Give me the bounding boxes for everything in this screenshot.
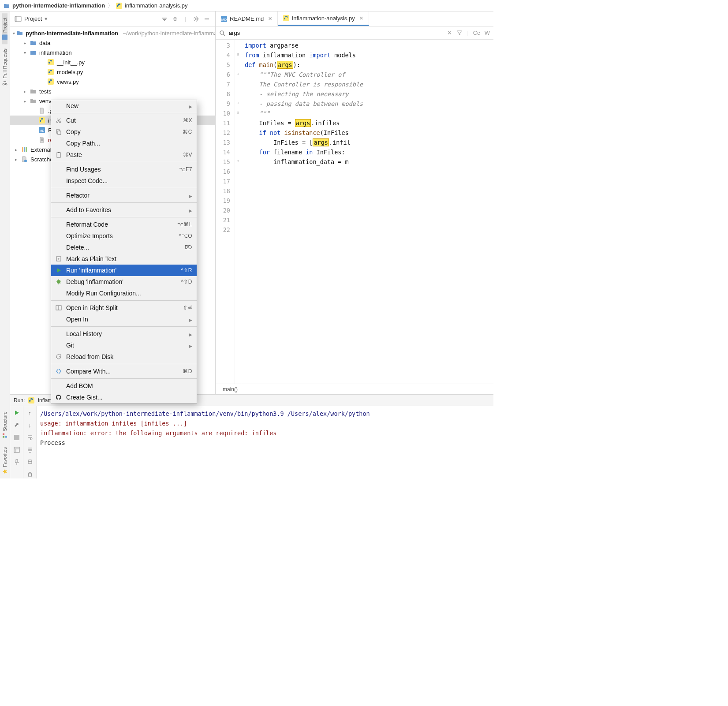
- tree-item[interactable]: ▸data: [10, 38, 215, 48]
- up-icon[interactable]: ↑: [26, 409, 34, 417]
- svg-rect-6: [5, 436, 7, 438]
- match-case[interactable]: Cc: [473, 30, 480, 36]
- context-menu[interactable]: NewCut⌘XCopy⌘CCopy Path...Paste⌘VFind Us…: [51, 100, 197, 403]
- editor-breadcrumb[interactable]: main(): [216, 384, 493, 394]
- reload-icon: [55, 354, 63, 360]
- find-input[interactable]: [229, 30, 444, 36]
- code-area[interactable]: import argparsefrom inflammation import …: [241, 40, 493, 384]
- scroll-to-end-icon[interactable]: [26, 446, 34, 454]
- trash-icon[interactable]: [26, 471, 34, 478]
- tree-item[interactable]: ▸tests: [10, 86, 215, 96]
- menu-item[interactable]: Compare With...⌘D: [51, 366, 197, 377]
- node-icon: [30, 97, 37, 105]
- menu-item[interactable]: Cut⌘X: [51, 115, 197, 126]
- menu-label: Copy: [66, 128, 179, 135]
- stop-icon[interactable]: [13, 433, 21, 441]
- editor-tabs: MDREADME.md✕inflammation-analysis.py✕: [216, 11, 493, 26]
- menu-item[interactable]: Paste⌘V: [51, 149, 197, 161]
- tree-item[interactable]: ▾inflammation: [10, 48, 215, 57]
- menu-item[interactable]: Create Gist...: [51, 392, 197, 403]
- menu-shortcut: ^⇧D: [181, 279, 192, 285]
- filter-icon[interactable]: [456, 30, 463, 36]
- rerun-icon[interactable]: [13, 409, 21, 417]
- github-icon: [55, 394, 63, 400]
- gear-icon[interactable]: [192, 15, 200, 23]
- menu-label: Find Usages: [66, 166, 175, 173]
- down-icon[interactable]: ↓: [26, 421, 34, 429]
- menu-item[interactable]: TMark as Plain Text: [51, 253, 197, 265]
- menu-label: Compare With...: [66, 368, 179, 375]
- tree-root[interactable]: ▾python-intermediate-inflammation~/work/…: [10, 28, 215, 38]
- search-icon: [219, 30, 225, 36]
- tree-item[interactable]: views.py: [10, 77, 215, 86]
- pin-icon[interactable]: [13, 458, 21, 466]
- svg-rect-34: [58, 152, 60, 153]
- select-opened-icon[interactable]: [161, 15, 168, 23]
- tree-item[interactable]: __init__.py: [10, 57, 215, 67]
- editor-tab[interactable]: inflammation-analysis.py✕: [278, 11, 369, 26]
- hide-icon[interactable]: [203, 15, 211, 23]
- menu-item[interactable]: Local History: [51, 328, 197, 340]
- menu-item[interactable]: Optimize Imports^⌥O: [51, 230, 197, 242]
- menu-label: Reload from Disk: [66, 353, 192, 360]
- menu-item[interactable]: Reformat Code⌥⌘L: [51, 219, 197, 230]
- editor-tab[interactable]: MDREADME.md✕: [216, 11, 278, 26]
- menu-item[interactable]: Inspect Code...: [51, 175, 197, 187]
- menu-item[interactable]: Git: [51, 340, 197, 351]
- close-icon[interactable]: ✕: [359, 15, 363, 21]
- menu-item[interactable]: Copy Path...: [51, 138, 197, 149]
- tool-structure[interactable]: Structure: [2, 407, 7, 443]
- soft-wrap-icon[interactable]: [26, 433, 34, 441]
- line-gutter[interactable]: 345678910111213141516171819202122: [216, 40, 235, 384]
- submenu-arrow-icon: [189, 342, 192, 349]
- layout-icon[interactable]: [13, 446, 21, 454]
- fold-column[interactable]: ⊟⊟⊟⊟⊟: [235, 40, 241, 384]
- node-icon: [47, 59, 54, 66]
- breadcrumb-root[interactable]: python-intermediate-inflammation: [12, 2, 105, 9]
- project-title[interactable]: Project: [24, 15, 42, 22]
- menu-label: Refactor: [66, 192, 186, 199]
- breadcrumb-file[interactable]: inflammation-analysis.py: [125, 2, 187, 9]
- tool-project[interactable]: Project: [2, 13, 7, 44]
- menu-item[interactable]: Open In: [51, 314, 197, 325]
- menu-item[interactable]: Copy⌘C: [51, 126, 197, 138]
- plain-icon: T: [55, 256, 63, 262]
- match-word[interactable]: W: [485, 30, 490, 36]
- tree-item[interactable]: models.py: [10, 67, 215, 77]
- menu-item[interactable]: Add to Favorites: [51, 204, 197, 216]
- menu-item[interactable]: Reload from Disk: [51, 351, 197, 362]
- menu-label: Cut: [66, 117, 179, 124]
- python-file-icon: [28, 397, 34, 403]
- compare-icon: [55, 368, 63, 374]
- svg-text:MD: MD: [40, 129, 45, 132]
- tool-pull-requests[interactable]: Pull Requests: [2, 44, 7, 90]
- menu-label: Delete...: [66, 244, 181, 251]
- cut-icon: [55, 117, 63, 123]
- menu-label: Local History: [66, 330, 186, 337]
- tool-favorites[interactable]: Favorites: [2, 443, 7, 478]
- clear-icon[interactable]: ✕: [447, 30, 452, 36]
- expand-all-icon[interactable]: [171, 15, 179, 23]
- menu-label: Reformat Code: [66, 221, 174, 228]
- find-bar: ✕ | Cc W: [216, 26, 493, 40]
- menu-item[interactable]: Run 'inflammation'^⇧R: [51, 265, 197, 276]
- menu-item[interactable]: Find Usages⌥F7: [51, 164, 197, 175]
- menu-item[interactable]: Refactor: [51, 190, 197, 201]
- svg-rect-20: [24, 147, 25, 152]
- chevron-down-icon[interactable]: ▾: [45, 15, 48, 22]
- svg-point-37: [57, 280, 60, 284]
- menu-item[interactable]: Debug 'inflammation'^⇧D: [51, 276, 197, 288]
- node-icon: [47, 68, 54, 75]
- node-icon: [21, 146, 28, 153]
- menu-item[interactable]: Delete...⌦: [51, 242, 197, 253]
- menu-item[interactable]: New: [51, 100, 197, 112]
- console-output[interactable]: /Users/alex/work/python-intermediate-inf…: [37, 406, 493, 478]
- menu-item[interactable]: Modify Run Configuration...: [51, 288, 197, 299]
- menu-item[interactable]: Open in Right Split⇧⏎: [51, 302, 197, 314]
- print-icon[interactable]: [26, 458, 34, 466]
- debug-icon: [55, 279, 63, 285]
- split-icon: [55, 305, 63, 311]
- menu-item[interactable]: Add BOM: [51, 380, 197, 392]
- wrench-icon[interactable]: [13, 421, 21, 429]
- close-icon[interactable]: ✕: [268, 16, 272, 22]
